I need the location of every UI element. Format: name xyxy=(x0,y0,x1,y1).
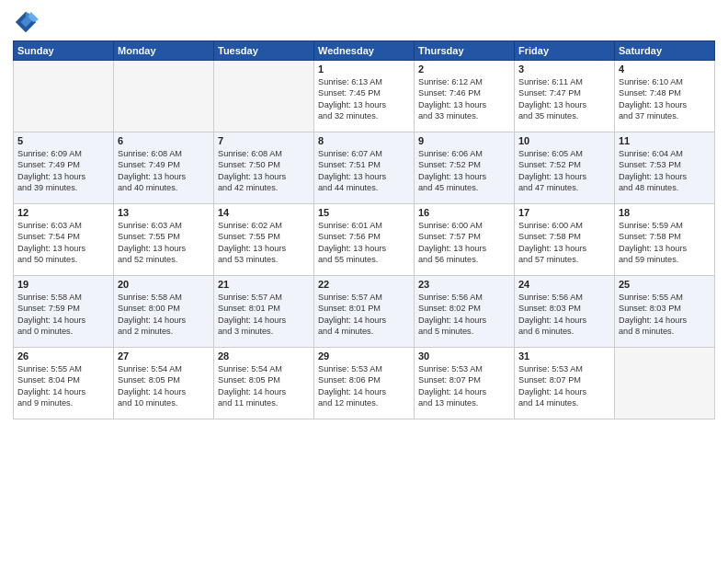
day-info: Daylight: 13 hours xyxy=(17,243,109,254)
day-info: Sunrise: 5:53 AM xyxy=(418,363,510,374)
day-info: and 57 minutes. xyxy=(518,254,610,265)
calendar-cell: 20Sunrise: 5:58 AMSunset: 8:00 PMDayligh… xyxy=(114,276,214,348)
day-info: Daylight: 13 hours xyxy=(17,171,109,182)
day-info: and 37 minutes. xyxy=(619,110,711,121)
day-info: Daylight: 13 hours xyxy=(619,243,711,254)
day-info: Sunset: 7:58 PM xyxy=(619,231,711,242)
day-info: Sunrise: 6:09 AM xyxy=(17,148,109,159)
day-info: Sunrise: 5:56 AM xyxy=(518,292,610,303)
day-info: and 56 minutes. xyxy=(418,254,510,265)
calendar-cell: 19Sunrise: 5:58 AMSunset: 7:59 PMDayligh… xyxy=(14,276,114,348)
day-info: and 10 minutes. xyxy=(118,397,210,408)
day-info: and 14 minutes. xyxy=(518,397,610,408)
day-info: Sunset: 7:54 PM xyxy=(17,231,109,242)
week-row-3: 19Sunrise: 5:58 AMSunset: 7:59 PMDayligh… xyxy=(14,276,715,348)
day-info: and 53 minutes. xyxy=(218,254,310,265)
day-info: Sunset: 7:53 PM xyxy=(619,159,711,170)
day-info: Sunset: 7:49 PM xyxy=(118,159,210,170)
day-info: Sunset: 7:49 PM xyxy=(17,159,109,170)
day-info: Daylight: 13 hours xyxy=(118,243,210,254)
day-info: Sunrise: 6:08 AM xyxy=(118,148,210,159)
day-info: and 50 minutes. xyxy=(17,254,109,265)
day-info: Daylight: 13 hours xyxy=(518,99,610,110)
day-number: 12 xyxy=(17,207,109,218)
calendar-cell: 16Sunrise: 6:00 AMSunset: 7:57 PMDayligh… xyxy=(415,204,515,276)
day-info: Daylight: 13 hours xyxy=(418,99,510,110)
calendar-cell: 5Sunrise: 6:09 AMSunset: 7:49 PMDaylight… xyxy=(14,132,114,204)
day-info: Daylight: 14 hours xyxy=(619,315,711,326)
day-info: Daylight: 14 hours xyxy=(218,386,310,397)
calendar-cell: 1Sunrise: 6:13 AMSunset: 7:45 PMDaylight… xyxy=(314,61,415,132)
calendar-cell: 4Sunrise: 6:10 AMSunset: 7:48 PMDaylight… xyxy=(615,61,715,132)
day-number: 6 xyxy=(118,135,210,146)
calendar-cell: 11Sunrise: 6:04 AMSunset: 7:53 PMDayligh… xyxy=(615,132,715,204)
day-info: Sunset: 8:07 PM xyxy=(418,374,510,385)
day-info: and 55 minutes. xyxy=(318,254,410,265)
day-number: 2 xyxy=(418,63,510,75)
day-info: Sunrise: 6:03 AM xyxy=(17,220,109,231)
day-info: Sunset: 7:56 PM xyxy=(318,231,410,242)
header xyxy=(13,9,715,35)
calendar-cell: 18Sunrise: 5:59 AMSunset: 7:58 PMDayligh… xyxy=(615,204,715,276)
day-number: 25 xyxy=(619,279,711,290)
day-info: Daylight: 14 hours xyxy=(218,315,310,326)
day-info: Daylight: 14 hours xyxy=(17,386,109,397)
day-number: 15 xyxy=(318,207,410,218)
day-info: Sunrise: 6:10 AM xyxy=(619,76,711,87)
day-info: Sunset: 7:50 PM xyxy=(218,159,310,170)
day-info: and 35 minutes. xyxy=(518,110,610,121)
day-info: Sunrise: 6:08 AM xyxy=(218,148,310,159)
day-info: Sunrise: 5:59 AM xyxy=(619,220,711,231)
day-number: 21 xyxy=(218,279,310,290)
calendar-cell: 27Sunrise: 5:54 AMSunset: 8:05 PMDayligh… xyxy=(114,348,214,419)
day-info: Sunrise: 5:53 AM xyxy=(318,363,410,374)
day-info: Daylight: 14 hours xyxy=(518,315,610,326)
page: SundayMondayTuesdayWednesdayThursdayFrid… xyxy=(0,0,728,563)
day-info: Daylight: 14 hours xyxy=(418,315,510,326)
day-info: Sunset: 8:01 PM xyxy=(318,303,410,314)
day-info: Sunset: 8:03 PM xyxy=(518,303,610,314)
day-info: Sunset: 8:03 PM xyxy=(619,303,711,314)
day-info: Sunset: 7:46 PM xyxy=(418,87,510,98)
day-info: Sunrise: 5:53 AM xyxy=(518,363,610,374)
day-info: and 45 minutes. xyxy=(418,182,510,193)
day-number: 31 xyxy=(518,350,610,362)
day-info: and 11 minutes. xyxy=(218,397,310,408)
day-number: 19 xyxy=(17,279,109,290)
day-info: Sunrise: 6:12 AM xyxy=(418,76,510,87)
day-number: 26 xyxy=(17,350,109,362)
day-info: Sunset: 8:00 PM xyxy=(118,303,210,314)
day-info: and 0 minutes. xyxy=(17,326,109,337)
day-info: Daylight: 13 hours xyxy=(418,171,510,182)
calendar-cell: 30Sunrise: 5:53 AMSunset: 8:07 PMDayligh… xyxy=(415,348,515,419)
logo-icon xyxy=(13,9,39,35)
day-info: Daylight: 13 hours xyxy=(118,171,210,182)
day-info: Sunset: 8:07 PM xyxy=(518,374,610,385)
day-header-sunday: Sunday xyxy=(14,41,114,61)
calendar-cell: 21Sunrise: 5:57 AMSunset: 8:01 PMDayligh… xyxy=(214,276,314,348)
day-info: Daylight: 14 hours xyxy=(118,386,210,397)
day-info: and 39 minutes. xyxy=(17,182,109,193)
day-info: Sunrise: 6:11 AM xyxy=(518,76,610,87)
week-row-2: 12Sunrise: 6:03 AMSunset: 7:54 PMDayligh… xyxy=(14,204,715,276)
day-number: 7 xyxy=(218,135,310,146)
day-number: 27 xyxy=(118,350,210,362)
day-info: Sunset: 8:01 PM xyxy=(218,303,310,314)
day-number: 5 xyxy=(17,135,109,146)
day-info: Sunset: 7:55 PM xyxy=(218,231,310,242)
day-number: 8 xyxy=(318,135,410,146)
calendar-cell xyxy=(214,61,314,132)
day-info: and 47 minutes. xyxy=(518,182,610,193)
day-info: Daylight: 13 hours xyxy=(218,171,310,182)
day-number: 17 xyxy=(518,207,610,218)
day-info: and 59 minutes. xyxy=(619,254,711,265)
day-info: and 6 minutes. xyxy=(518,326,610,337)
week-row-4: 26Sunrise: 5:55 AMSunset: 8:04 PMDayligh… xyxy=(14,348,715,419)
day-info: and 12 minutes. xyxy=(318,397,410,408)
day-number: 10 xyxy=(518,135,610,146)
day-number: 3 xyxy=(518,63,610,75)
day-info: Daylight: 13 hours xyxy=(619,171,711,182)
week-row-0: 1Sunrise: 6:13 AMSunset: 7:45 PMDaylight… xyxy=(14,61,715,132)
day-info: Sunrise: 6:00 AM xyxy=(418,220,510,231)
day-info: Sunrise: 6:01 AM xyxy=(318,220,410,231)
